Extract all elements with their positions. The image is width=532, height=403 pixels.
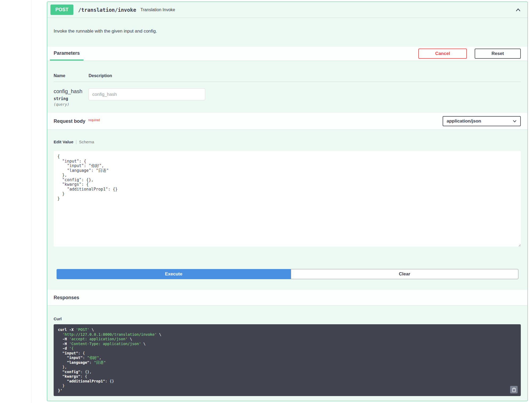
reset-button[interactable]: Reset <box>475 49 521 59</box>
parameter-row: config_hash string (query) <box>54 82 521 106</box>
request-body-section-header: Request body required application/json <box>47 113 527 129</box>
method-badge: POST <box>50 5 73 15</box>
chevron-up-icon[interactable] <box>515 7 521 13</box>
clipboard-icon <box>512 388 516 392</box>
body-tabs: Edit Value Schema <box>54 140 521 144</box>
parameters-table: Name Description config_hash string (que… <box>47 61 527 113</box>
spacer <box>47 279 527 290</box>
curl-code: curl -X 'POST' \ 'http://127.0.0.1:8000/… <box>58 327 517 393</box>
tab-separator <box>76 140 76 144</box>
param-type: string <box>54 96 89 101</box>
opblock-summary[interactable]: POST /translation/invoke Translation Inv… <box>47 2 527 18</box>
request-body-textarea[interactable]: { "input": { "input": "你好", "language": … <box>54 151 521 247</box>
chevron-down-icon <box>513 119 517 123</box>
request-body-title: Request body <box>54 118 85 124</box>
param-location: (query) <box>54 102 89 106</box>
responses-section-header: Responses <box>47 290 527 305</box>
tab-edit-value[interactable]: Edit Value <box>54 140 73 144</box>
required-label: required <box>88 118 100 122</box>
tab-schema[interactable]: Schema <box>79 140 94 144</box>
request-body-editor: Edit Value Schema { "input": { "input": … <box>47 129 527 248</box>
parameters-title: Parameters <box>54 50 80 56</box>
try-out-buttons: Cancel Reset <box>418 49 521 59</box>
responses-title: Responses <box>54 295 79 301</box>
parameters-section-header: Parameters Cancel Reset <box>47 47 527 61</box>
execute-button[interactable]: Execute <box>57 269 291 279</box>
param-name: config_hash <box>54 88 89 94</box>
config-hash-input[interactable] <box>89 88 205 100</box>
content-type-value: application/json <box>447 118 481 124</box>
tab-parameters[interactable]: Parameters <box>50 47 84 61</box>
parameter-description-cell <box>89 88 205 106</box>
opblock-post-translation-invoke: POST /translation/invoke Translation Inv… <box>47 2 528 401</box>
request-body-title-wrap: Request body required <box>54 118 100 124</box>
content-type-select[interactable]: application/json <box>443 116 521 126</box>
column-header-name: Name <box>54 73 89 78</box>
endpoint-description: Invoke the runnable with the given input… <box>47 18 527 47</box>
curl-command-block: curl -X 'POST' \ 'http://127.0.0.1:8000/… <box>54 324 521 396</box>
copy-to-clipboard-button[interactable] <box>510 386 518 393</box>
column-header-description: Description <box>89 73 112 78</box>
parameters-table-header: Name Description <box>54 73 521 82</box>
endpoint-summary: Translation Invoke <box>140 7 175 12</box>
curl-section: Curl curl -X 'POST' \ 'http://127.0.0.1:… <box>47 305 527 398</box>
endpoint-path: /translation/invoke <box>78 7 136 13</box>
execute-row: Execute Clear <box>57 269 518 279</box>
curl-label: Curl <box>54 317 521 321</box>
clear-button[interactable]: Clear <box>291 269 518 279</box>
cancel-button[interactable]: Cancel <box>418 49 467 59</box>
parameter-meta: config_hash string (query) <box>54 88 89 106</box>
left-divider <box>31 0 32 403</box>
